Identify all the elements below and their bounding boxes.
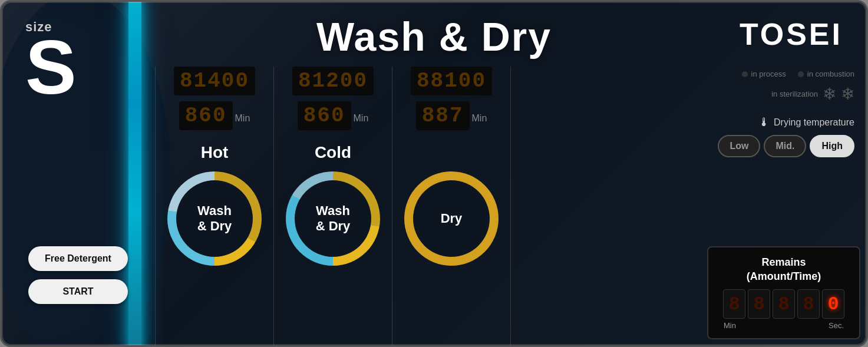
hot-circle-inner: Wash& Dry [176,180,253,257]
dry-min-label: Min [472,113,487,124]
in-process-dot [742,71,748,77]
cold-circle-inner: Wash& Dry [295,180,371,257]
sterilization-icon2: ❄ [841,84,854,104]
in-process-indicator: in process [742,70,786,78]
in-combustion-label: in combustion [807,70,854,78]
cold-program-button[interactable]: Wash& Dry [286,171,380,266]
right-panel: in process in combustion in sterilizatio… [701,67,866,345]
temp-mid-button[interactable]: Mid. [764,135,806,157]
main-title: Wash & Dry [316,14,552,59]
dry-time-display: 887 [416,101,470,130]
remains-digit-2: 8 [748,289,770,319]
in-sterilization-label: in sterilization [771,90,818,98]
remains-digit-1: 8 [723,289,745,319]
sterilization-section: in sterilization ❄ ❄ [771,84,854,104]
hot-program-button[interactable]: Wash& Dry [167,171,262,266]
hot-temp-display: 81400 [174,67,255,95]
in-process-label: in process [751,70,786,78]
program-column-dry: 88100 887 Min Dry [392,67,511,345]
remains-digit-4: 8 [797,289,820,319]
status-row-mid: in sterilization ❄ ❄ [707,84,860,104]
in-combustion-indicator: in combustion [798,70,854,78]
remains-title: Remains(Amount/Time) [718,256,850,283]
hot-circle-text: Wash& Dry [197,203,232,234]
cold-time-display: 860 [298,101,351,130]
status-row-top: in process in combustion [707,67,860,78]
cold-circle-text: Wash& Dry [316,203,351,234]
hot-time-display: 860 [179,101,233,130]
remains-sec-label: Sec. [829,321,844,330]
drying-temp-section: 🌡 Drying temperature Low Mid. High [707,115,860,157]
in-combustion-dot [798,71,804,77]
hot-min-label: Min [235,113,250,124]
remains-labels: Min Sec. [718,321,850,330]
cold-program-name: Cold [315,143,351,162]
programs-section: 81400 860 Min Hot Wash& Dry 81200 [155,67,701,345]
left-buttons: Free Detergent START [28,246,128,304]
content-area: 81400 860 Min Hot Wash& Dry 81200 [155,67,866,345]
cold-min-label: Min [354,113,369,124]
remains-min-label: Min [724,321,736,330]
temp-buttons: Low Mid. High [718,135,854,157]
remains-digit-5: 0 [822,289,844,319]
program-column-hot: 81400 860 Min Hot Wash& Dry [155,67,273,345]
thermometer-icon: 🌡 [758,115,770,129]
dry-program-name [449,143,454,162]
remains-display: Remains(Amount/Time) 8 8 8 8 0 Min Sec. [707,246,860,339]
machine-panel: size S Free Detergent START Wash & Dry T… [0,0,868,347]
sterilization-icon: ❄ [823,84,836,104]
remains-digit-3: 8 [773,289,795,319]
dry-program-button[interactable]: Dry [404,171,499,266]
remains-digits: 8 8 8 8 0 [718,289,850,319]
start-button[interactable]: START [28,279,128,304]
program-column-cold: 81200 860 Min Cold Wash& Dry [273,67,392,345]
cold-temp-display: 81200 [292,67,374,95]
drying-temp-header: 🌡 Drying temperature [758,115,854,129]
dry-circle-inner: Dry [413,180,490,257]
drying-temp-label: Drying temperature [774,117,854,128]
free-detergent-button[interactable]: Free Detergent [28,246,128,271]
dry-circle-text: Dry [441,211,463,226]
hot-program-name: Hot [201,143,229,162]
header: Wash & Dry [2,14,866,60]
temp-low-button[interactable]: Low [718,135,760,157]
temp-high-button[interactable]: High [810,135,854,157]
brand-logo: TOSEI [740,16,843,52]
dry-temp-display: 88100 [411,67,492,95]
